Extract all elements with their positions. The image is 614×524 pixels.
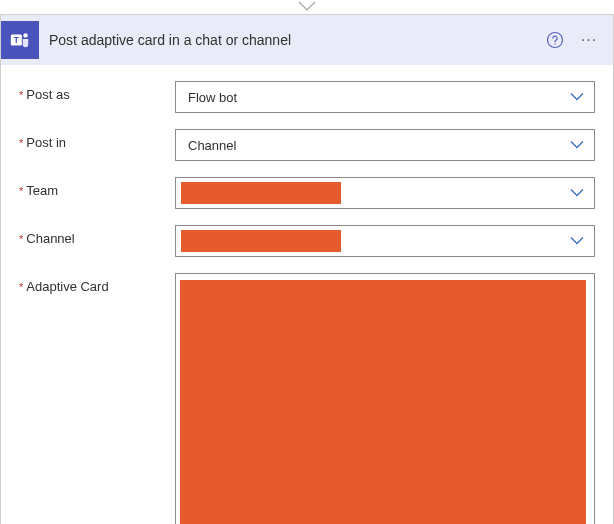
svg-point-4	[554, 43, 555, 44]
card-title: Post adaptive card in a chat or channel	[49, 32, 535, 48]
chevron-down-icon	[570, 138, 584, 153]
redacted-value	[181, 230, 341, 252]
svg-point-3	[548, 33, 563, 48]
field-control: Flow bot	[175, 81, 595, 113]
required-marker: *	[19, 138, 23, 149]
field-control: Channel	[175, 129, 595, 161]
flow-connector-arrow	[0, 0, 614, 14]
card-body: * Post as Flow bot * Post in Channel	[1, 65, 613, 524]
required-marker: *	[19, 282, 23, 293]
select-value: Channel	[188, 138, 236, 153]
channel-select[interactable]	[175, 225, 595, 257]
ellipsis-icon: ···	[581, 31, 597, 49]
field-post-as: * Post as Flow bot	[19, 81, 595, 113]
field-adaptive-card: * Adaptive Card	[19, 273, 595, 524]
redacted-value	[181, 182, 341, 204]
field-team: * Team	[19, 177, 595, 209]
field-label: Post in	[26, 135, 66, 150]
team-select[interactable]	[175, 177, 595, 209]
field-label-wrap: * Adaptive Card	[19, 273, 175, 294]
post-as-select[interactable]: Flow bot	[175, 81, 595, 113]
help-icon[interactable]	[545, 30, 565, 50]
field-control	[175, 177, 595, 209]
field-label: Adaptive Card	[26, 279, 108, 294]
svg-text:T: T	[14, 36, 19, 45]
chevron-down-icon	[570, 90, 584, 105]
post-in-select[interactable]: Channel	[175, 129, 595, 161]
field-label-wrap: * Post in	[19, 129, 175, 150]
field-post-in: * Post in Channel	[19, 129, 595, 161]
required-marker: *	[19, 186, 23, 197]
chevron-down-icon	[570, 234, 584, 249]
field-channel: * Channel	[19, 225, 595, 257]
svg-point-2	[23, 33, 27, 37]
required-marker: *	[19, 90, 23, 101]
required-marker: *	[19, 234, 23, 245]
chevron-down-icon	[297, 0, 317, 12]
select-value: Flow bot	[188, 90, 237, 105]
more-menu-button[interactable]: ···	[575, 26, 603, 54]
action-card: T Post adaptive card in a chat or channe…	[0, 14, 614, 524]
field-label-wrap: * Post as	[19, 81, 175, 102]
field-control	[175, 273, 595, 524]
field-label-wrap: * Channel	[19, 225, 175, 246]
field-label: Channel	[26, 231, 74, 246]
adaptive-card-textarea[interactable]	[175, 273, 595, 524]
card-header[interactable]: T Post adaptive card in a chat or channe…	[1, 15, 613, 65]
field-label: Post as	[26, 87, 69, 102]
field-label-wrap: * Team	[19, 177, 175, 198]
redacted-value	[180, 280, 586, 524]
field-control	[175, 225, 595, 257]
teams-icon: T	[1, 21, 39, 59]
field-label: Team	[26, 183, 58, 198]
chevron-down-icon	[570, 186, 584, 201]
